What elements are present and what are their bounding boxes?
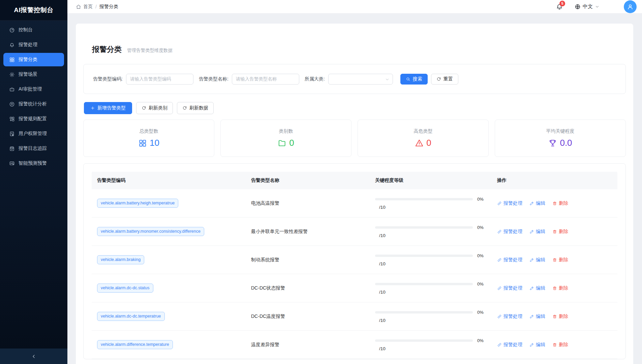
delete-label: 删除 [559,342,568,348]
sidebar: AI报警控制台 控制台 报警处理 报警分类 报警场景 AI审批管理 报警统计分析… [0,0,67,364]
robot-icon [9,87,15,92]
stat-value: 0.0 [560,138,572,148]
folder-icon [278,139,286,147]
table-row: vehicle.alarm.dc-dc.status DC-DC状态报警 0% … [92,274,617,302]
edit-link[interactable]: 编辑 [529,342,545,348]
sidebar-item-6[interactable]: 报警规则配置 [3,112,64,126]
chevron-left-icon [31,354,36,359]
search-button[interactable]: 搜索 [400,74,428,85]
edit-label: 编辑 [536,229,545,235]
table-row: vehicle.alarm.dc-dc.temperatrue DC-DC温度报… [92,302,617,331]
breadcrumb-home-link[interactable]: 首页 [76,4,93,10]
handle-alarm-label: 报警处理 [503,257,522,263]
criticality-scale: /10 [375,318,492,323]
delete-label: 删除 [559,285,568,291]
code-filter-input[interactable] [126,74,193,85]
category-filter-label: 所属大类: [305,76,325,82]
page-subtitle: 管理告警类型维度数据 [127,47,173,54]
refresh-data-button[interactable]: 刷新数据 [177,102,214,114]
chevron-down-icon [385,77,390,82]
sidebar-item-1[interactable]: 报警处理 [3,38,64,52]
edit-link[interactable]: 编辑 [529,285,545,291]
criticality-percent: 0% [477,253,484,258]
name-filter-input[interactable] [232,74,299,85]
edit-link[interactable]: 编辑 [529,313,545,320]
criticality-percent: 0% [477,310,484,315]
handle-alarm-label: 报警处理 [503,285,522,291]
trash-icon [552,229,557,234]
delete-link[interactable]: 删除 [552,229,568,235]
trash-icon [552,258,557,262]
refresh-category-button[interactable]: 刷新类别 [136,102,173,114]
criticality-percent: 0% [477,225,484,230]
search-icon [406,77,410,81]
edit-label: 编辑 [536,200,545,206]
criticality-scale: /10 [375,205,492,210]
user-avatar[interactable] [624,0,637,13]
trash-icon [552,201,557,206]
delete-link[interactable]: 删除 [552,200,568,206]
search-button-label: 搜索 [413,76,422,82]
edit-link[interactable]: 编辑 [529,229,545,235]
alarm-type-table: 告警类型编码 告警类型名称 关键程度等级 操作 vehicle.alarm.ba… [83,163,626,359]
notification-button[interactable]: 5 [556,3,563,10]
trophy-icon [548,139,557,147]
bell-icon [9,42,15,48]
reset-button[interactable]: 重置 [431,74,458,85]
handle-alarm-link[interactable]: 报警处理 [497,257,522,263]
refresh-category-label: 刷新类别 [149,105,167,111]
sidebar-item-4[interactable]: AI审批管理 [3,82,64,96]
delete-link[interactable]: 删除 [552,257,568,263]
refresh-icon [142,106,146,110]
dashboard-icon [9,27,15,33]
stat-title: 类别数 [279,128,293,134]
sidebar-item-9[interactable]: 智能预测预警 [3,157,64,170]
plus-icon [90,106,95,110]
link-icon [497,286,502,291]
table-row: vehicle.alarm.battery.monomer.consistenc… [92,218,617,246]
handle-alarm-link[interactable]: 报警处理 [497,229,522,235]
delete-link[interactable]: 删除 [552,313,568,320]
category-select[interactable] [328,74,393,85]
sidebar-item-3[interactable]: 报警场景 [3,68,64,81]
stat-card-2: 高危类型 0 [358,120,489,157]
edit-icon [529,314,534,319]
criticality-progress-bar [375,283,473,285]
sidebar-item-label: 报警规则配置 [19,116,47,122]
language-selector[interactable]: 中文 [575,3,600,10]
edit-link[interactable]: 编辑 [529,200,545,206]
sidebar-item-5[interactable]: 报警统计分析 [3,97,64,111]
header-code: 告警类型编码 [92,177,246,184]
delete-link[interactable]: 删除 [552,285,568,291]
person-icon [627,3,634,10]
alarm-code-badge: vehicle.alarm.dc-dc.temperatrue [97,312,165,321]
add-alarm-type-button[interactable]: 新增告警类型 [84,102,132,114]
stat-value: 0 [426,138,431,148]
delete-link[interactable]: 删除 [552,342,568,348]
delete-label: 删除 [559,313,568,320]
stat-title: 总类型数 [140,128,158,134]
alarm-name: 电池高温报警 [246,200,370,206]
handle-alarm-link[interactable]: 报警处理 [497,342,522,348]
handle-alarm-link[interactable]: 报警处理 [497,200,522,206]
breadcrumb-home-label: 首页 [83,4,93,10]
link-icon [497,314,502,319]
sidebar-item-8[interactable]: 报警日志追踪 [3,142,64,155]
handle-alarm-link[interactable]: 报警处理 [497,285,522,291]
name-filter-label: 告警类型名称: [199,76,228,82]
notification-badge: 5 [559,1,565,6]
alarm-name: 最小并联单元一致性差报警 [246,229,370,235]
criticality-progress-bar [375,339,473,342]
criticality-progress-bar [375,311,473,313]
refresh-icon [182,106,187,110]
edit-icon [529,342,534,347]
stat-card-0: 总类型数 10 [83,120,214,157]
toolbar: 新增告警类型 刷新类别 刷新数据 [83,102,626,114]
sidebar-item-0[interactable]: 控制台 [3,23,64,37]
criticality-progress-bar [375,255,473,257]
edit-link[interactable]: 编辑 [529,257,545,263]
sidebar-item-2[interactable]: 报警分类 [3,53,64,66]
handle-alarm-link[interactable]: 报警处理 [497,313,522,320]
sidebar-collapse-button[interactable] [0,349,67,364]
sidebar-item-7[interactable]: 用户权限管理 [3,127,64,140]
